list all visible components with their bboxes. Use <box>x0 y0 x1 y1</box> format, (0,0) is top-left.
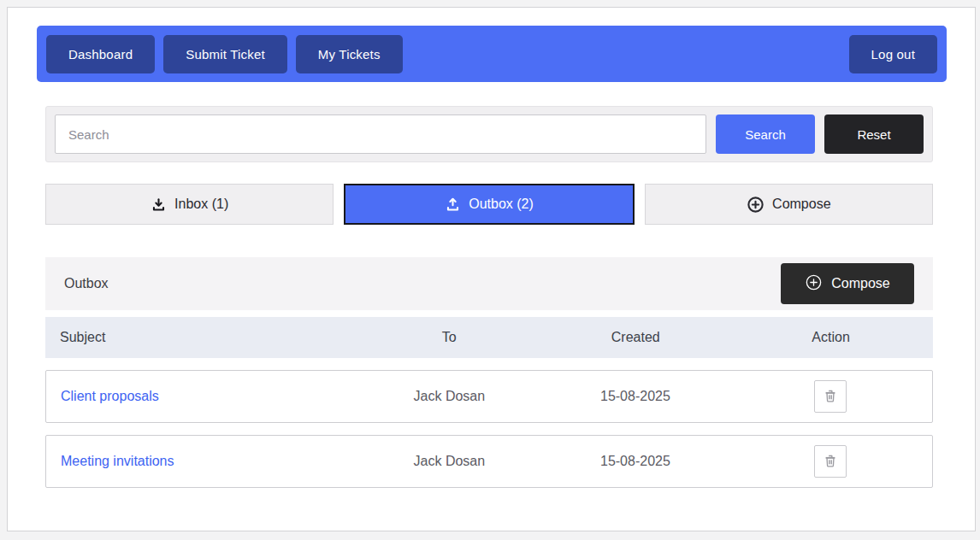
column-header-created: Created <box>542 330 729 345</box>
outbox-panel-header: Outbox Compose <box>45 257 933 310</box>
column-header-action: Action <box>729 330 933 345</box>
tab-compose-label: Compose <box>772 197 830 212</box>
panel-title: Outbox <box>64 276 109 291</box>
subject-link[interactable]: Client proposals <box>61 389 159 403</box>
subject-link[interactable]: Meeting invitations <box>61 454 174 468</box>
page-card: Dashboard Submit Ticket My Tickets Log o… <box>7 7 976 531</box>
row-created-value: 15-08-2025 <box>542 454 729 469</box>
logout-button[interactable]: Log out <box>849 35 937 73</box>
mailbox-tabs: Inbox (1) Outbox (2) Compose <box>45 184 933 225</box>
column-header-to: To <box>356 330 542 345</box>
row-created-value: 15-08-2025 <box>542 389 729 404</box>
plus-circle-icon <box>747 196 765 214</box>
inbox-download-icon <box>151 197 167 213</box>
tab-inbox[interactable]: Inbox (1) <box>45 184 334 225</box>
tab-compose[interactable]: Compose <box>645 184 933 225</box>
table-header-row: Subject To Created Action <box>45 317 933 358</box>
row-to-value: Jack Dosan <box>357 454 543 469</box>
nav-my-tickets-button[interactable]: My Tickets <box>296 35 403 73</box>
tab-outbox-label: Outbox (2) <box>469 197 534 212</box>
plus-circle-icon <box>805 273 823 295</box>
nav-dashboard-button[interactable]: Dashboard <box>46 35 155 73</box>
nav-submit-ticket-button[interactable]: Submit Ticket <box>163 35 287 73</box>
delete-button[interactable] <box>814 380 847 413</box>
table-row: Meeting invitations Jack Dosan 15-08-202… <box>45 435 933 488</box>
delete-button[interactable] <box>814 445 847 478</box>
top-navbar: Dashboard Submit Ticket My Tickets Log o… <box>37 26 947 82</box>
trash-icon <box>822 452 839 472</box>
table-row: Client proposals Jack Dosan 15-08-2025 <box>45 370 933 423</box>
tab-outbox[interactable]: Outbox (2) <box>344 184 634 225</box>
search-bar: Search Reset <box>45 106 933 162</box>
tab-inbox-label: Inbox (1) <box>174 197 228 212</box>
trash-icon <box>822 387 839 407</box>
compose-button-label: Compose <box>831 276 889 291</box>
search-input[interactable] <box>55 114 706 154</box>
compose-button[interactable]: Compose <box>781 263 914 304</box>
reset-button[interactable]: Reset <box>824 114 924 154</box>
search-button[interactable]: Search <box>716 114 815 154</box>
column-header-subject: Subject <box>45 330 356 345</box>
row-to-value: Jack Dosan <box>357 389 543 404</box>
outbox-upload-icon <box>445 197 461 213</box>
